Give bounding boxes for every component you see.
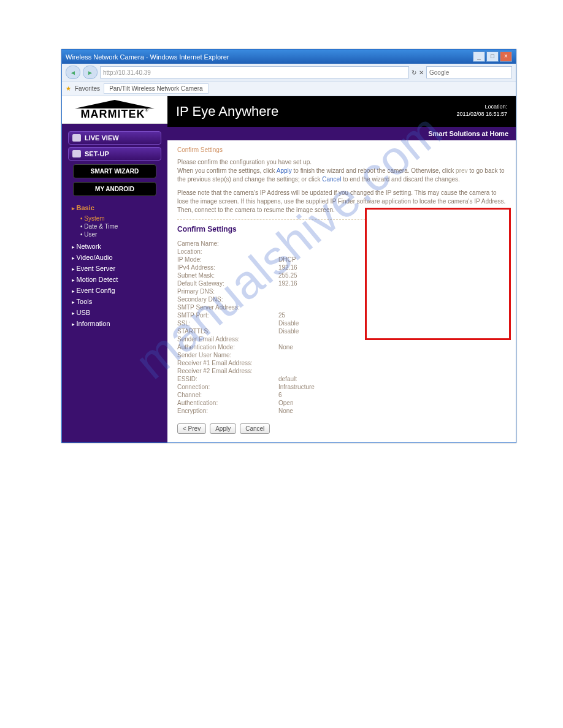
setting-key: Connection: [177, 384, 278, 390]
setting-value: 192.16 [278, 280, 506, 287]
maximize-button[interactable]: □ [486, 51, 499, 62]
settings-row: Connection:Infrastructure [177, 383, 506, 391]
menu-network[interactable]: Network [72, 241, 160, 252]
setting-value [278, 296, 506, 303]
browser-tab[interactable]: Pan/Tilt Wireless Network Camera [104, 83, 208, 94]
cancel-button[interactable]: Cancel [240, 423, 270, 434]
setting-key: Location: [177, 248, 278, 255]
menu-information[interactable]: Information [72, 318, 160, 329]
settings-row: Authentication Mode:None [177, 343, 506, 351]
favorites-label: Favorites [75, 85, 100, 92]
prev-link[interactable]: prev [456, 167, 467, 174]
header-meta: Location: 2011/02/08 16:51:57 [456, 104, 507, 118]
instructions-2: Please note that the camera's IP Address… [177, 189, 506, 214]
setting-value: 6 [278, 392, 506, 398]
instructions-1: Please confirm the configuration you hav… [177, 158, 506, 184]
address-toolbar: ◄ ► ↻ ✕ [62, 64, 516, 82]
menu-usb[interactable]: USB [72, 307, 160, 318]
refresh-icon[interactable]: ↻ [412, 69, 416, 76]
setting-value: 25 [278, 312, 506, 319]
prev-button[interactable]: < Prev [177, 423, 206, 434]
setting-key: Authentication Mode: [177, 344, 278, 351]
menu-event-config[interactable]: Event Config [72, 285, 160, 296]
wrench-icon [72, 150, 81, 157]
live-view-button[interactable]: LIVE VIEW [68, 131, 161, 145]
setting-value: Disable [278, 328, 506, 335]
settings-row: Location: [177, 248, 506, 256]
window-title: Wireless Network Camera - Windows Intern… [66, 53, 229, 61]
setting-key: SMTP Port: [177, 312, 278, 319]
settings-row: Default Gateway:192.16 [177, 279, 506, 287]
menu-video-audio[interactable]: Video/Audio [72, 252, 160, 263]
favorites-star-icon[interactable]: ★ [66, 85, 71, 92]
apply-link[interactable]: Apply [277, 167, 292, 174]
submenu-date-time[interactable]: Date & Time [80, 222, 160, 230]
setting-key: Channel: [177, 392, 278, 398]
settings-row: Authentication:Open [177, 399, 506, 407]
minimize-button[interactable]: _ [473, 51, 485, 62]
setting-key: SSL: [177, 320, 278, 327]
setting-value [278, 352, 506, 358]
setting-value [278, 336, 506, 343]
setting-key: Receiver #1 Email Address: [177, 360, 278, 366]
my-android-button[interactable]: MY ANDROID [73, 182, 156, 196]
page-header: IP Eye Anywhere Location: 2011/02/08 16:… [167, 96, 516, 127]
settings-row: Primary DNS: [177, 287, 506, 295]
logo: MARMITEK® [62, 96, 167, 124]
setting-value: None [278, 344, 506, 351]
settings-row: Encryption:None [177, 407, 506, 415]
settings-row: SSL:Disable [177, 319, 506, 327]
setting-key: Sender User Name: [177, 352, 278, 358]
settings-row: SMTP Port:25 [177, 311, 506, 319]
settings-list: Camera Name:Location:IP Mode:DHCPIPv4 Ad… [177, 240, 506, 415]
stop-icon[interactable]: ✕ [419, 69, 424, 76]
menu-event-server[interactable]: Event Server [72, 263, 160, 274]
setting-value [278, 368, 506, 374]
setting-value: 192.16 [278, 264, 506, 271]
timestamp: 2011/02/08 16:51:57 [456, 111, 507, 118]
back-button[interactable]: ◄ [66, 66, 80, 79]
menu-basic[interactable]: Basic [72, 202, 160, 213]
setting-key: STARTTLS: [177, 328, 278, 335]
setting-key: Sender Email Address: [177, 336, 278, 343]
divider [177, 219, 506, 220]
submenu-system[interactable]: System [80, 214, 160, 222]
cancel-link[interactable]: Cancel [322, 176, 341, 183]
titlebar: Wireless Network Camera - Windows Intern… [62, 50, 516, 64]
setting-value [278, 288, 506, 295]
setting-value: Open [278, 400, 506, 406]
setting-key: Receiver #2 Email Address: [177, 368, 278, 374]
menu-motion-detect[interactable]: Motion Detect [72, 274, 160, 285]
setting-key: IPv4 Address: [177, 264, 278, 271]
setting-value: None [278, 408, 506, 414]
close-button[interactable]: × [500, 51, 512, 62]
setting-value [278, 240, 506, 247]
tagline-bar: Smart Solutions at Home [167, 127, 516, 140]
menu-tools[interactable]: Tools [72, 296, 160, 307]
camera-icon [72, 134, 81, 142]
setting-value: default [278, 376, 506, 382]
location-label: Location: [456, 104, 507, 111]
apply-button[interactable]: Apply [210, 423, 236, 434]
settings-row: IPv4 Address:192.16 [177, 264, 506, 271]
setting-key: Primary DNS: [177, 288, 278, 295]
address-input[interactable] [100, 66, 409, 78]
settings-row: Receiver #1 Email Address: [177, 359, 506, 367]
breadcrumb: Confirm Settings [177, 146, 506, 153]
setting-value [278, 304, 506, 311]
settings-row: Secondary DNS: [177, 295, 506, 303]
forward-button[interactable]: ► [83, 66, 98, 79]
setting-key: ESSID: [177, 376, 278, 382]
setup-label: SET-UP [85, 150, 109, 157]
setting-value [278, 360, 506, 366]
setting-value: 255.25 [278, 272, 506, 279]
logo-roof-icon [75, 100, 155, 108]
setting-key: Camera Name: [177, 240, 278, 247]
page-title: IP Eye Anywhere [176, 104, 278, 119]
search-input[interactable] [426, 66, 512, 78]
smart-wizard-button[interactable]: SMART WIZARD [73, 164, 156, 178]
setup-button[interactable]: SET-UP [68, 147, 161, 161]
section-title: Confirm Settings [177, 225, 506, 233]
submenu-user[interactable]: User [80, 230, 160, 238]
settings-row: IP Mode:DHCP [177, 256, 506, 264]
